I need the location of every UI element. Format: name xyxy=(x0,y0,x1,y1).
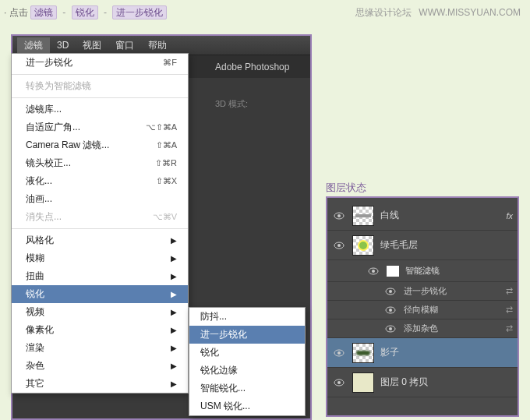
menu-item-label: 锐化 xyxy=(26,288,44,301)
eye-icon[interactable] xyxy=(332,240,346,250)
filter-name: 进一步锐化 xyxy=(404,285,447,297)
menu-item-shortcut: ⇧⌘R xyxy=(155,158,177,168)
menu-item-other[interactable]: 其它▶ xyxy=(12,375,188,393)
menu-item-label: Camera Raw 滤镜... xyxy=(26,139,109,152)
svg-point-1 xyxy=(337,214,341,217)
menu-item-camera-raw[interactable]: Camera Raw 滤镜... ⇧⌘A xyxy=(12,136,188,154)
layers-panel-title: 图层状态 xyxy=(326,181,366,195)
menu-item-label: 镜头校正... xyxy=(26,157,71,170)
menu-item-video[interactable]: 视频▶ xyxy=(12,303,188,321)
menu-item-label: 进一步锐化 xyxy=(26,56,72,69)
chevron-right-icon: ▶ xyxy=(171,272,177,281)
submenu-sharpen-more[interactable]: 进一步锐化 xyxy=(189,326,305,344)
eye-icon[interactable] xyxy=(383,286,398,296)
layer-name: 影子 xyxy=(380,346,399,359)
layer-thumbnail xyxy=(352,206,374,226)
eye-icon[interactable] xyxy=(383,323,398,334)
chevron-right-icon: ▶ xyxy=(171,344,177,352)
submenu-smart-sharpen[interactable]: 智能锐化... xyxy=(189,379,305,397)
layer-name: 绿毛毛层 xyxy=(380,238,418,252)
smart-filter-radial-blur[interactable]: 径向模糊 ⇄ xyxy=(327,301,518,319)
svg-point-13 xyxy=(337,351,341,355)
layer-row-green-fur[interactable]: 绿毛毛层 xyxy=(327,231,518,260)
menu-item-sharpen[interactable]: 锐化▶ xyxy=(12,285,188,303)
layer-smart-filters[interactable]: 智能滤镜 xyxy=(327,260,518,282)
menu-item-label: USM 锐化... xyxy=(200,400,250,413)
submenu-usm-sharpen[interactable]: USM 锐化... xyxy=(189,397,305,415)
smart-filter-sharpen-more[interactable]: 进一步锐化 ⇄ xyxy=(327,282,518,301)
chevron-right-icon: ▶ xyxy=(171,254,177,263)
svg-point-3 xyxy=(337,244,341,247)
menubar: 滤镜 3D 视图 窗口 帮助 xyxy=(12,36,310,55)
menu-filter[interactable]: 滤镜 xyxy=(17,37,50,54)
layer-row-white-line[interactable]: 白线 fx xyxy=(327,201,518,231)
layer-row-layer0-copy[interactable]: 图层 0 拷贝 xyxy=(327,368,518,397)
eye-icon[interactable] xyxy=(332,348,346,358)
chevron-right-icon: ▶ xyxy=(171,308,177,316)
menu-item-noise[interactable]: 杂色▶ xyxy=(12,357,188,375)
layer-thumbnail xyxy=(352,235,374,256)
filter-settings-icon[interactable]: ⇄ xyxy=(506,286,513,296)
menu-window[interactable]: 窗口 xyxy=(108,37,141,54)
menu-view[interactable]: 视图 xyxy=(76,37,108,54)
eye-icon[interactable] xyxy=(383,305,398,315)
step-3: 进一步锐化 xyxy=(112,5,167,19)
sep: - xyxy=(104,7,107,18)
menu-item-label: 扭曲 xyxy=(26,270,44,283)
filter-name: 添加杂色 xyxy=(404,323,438,334)
menu-item-label: 消失点... xyxy=(26,210,62,224)
layer-name: 白线 xyxy=(380,209,399,222)
menu-item-liquify[interactable]: 液化... ⇧⌘X xyxy=(12,172,188,190)
sharpen-submenu: 防抖... 进一步锐化 锐化 锐化边缘 智能锐化... USM 锐化... xyxy=(189,307,306,416)
chevron-right-icon: ▶ xyxy=(171,362,177,370)
menu-item-distort[interactable]: 扭曲▶ xyxy=(12,267,188,285)
smart-filter-add-noise[interactable]: 添加杂色 ⇄ xyxy=(327,319,518,338)
submenu-sharpen-edges[interactable]: 锐化边缘 xyxy=(189,362,305,379)
instruction-prefix: · 点击 xyxy=(4,7,28,18)
menu-item-stylize[interactable]: 风格化▶ xyxy=(12,231,188,249)
chevron-right-icon: ▶ xyxy=(171,379,177,388)
eye-icon[interactable] xyxy=(332,377,346,387)
menu-item-smart-filter: 转换为智能滤镜 xyxy=(12,77,188,95)
chevron-right-icon: ▶ xyxy=(171,236,177,245)
menu-item-shortcut: ⌥⇧⌘A xyxy=(146,122,177,132)
menu-item-pixelate[interactable]: 像素化▶ xyxy=(12,321,188,339)
menu-item-filter-gallery[interactable]: 滤镜库... xyxy=(12,101,188,118)
menu-item-oil-paint[interactable]: 油画... xyxy=(12,190,188,208)
menu-item-label: 进一步锐化 xyxy=(200,328,247,341)
menu-item-shortcut: ⌥⌘V xyxy=(153,212,177,222)
menu-item-shortcut: ⇧⌘A xyxy=(156,140,177,150)
smart-filter-mask-icon xyxy=(387,266,399,277)
watermark: 思缘设计论坛 WWW.MISSYUAN.COM xyxy=(355,6,521,19)
eye-icon[interactable] xyxy=(366,266,380,276)
submenu-sharpen[interactable]: 锐化 xyxy=(189,344,305,362)
filter-name: 径向模糊 xyxy=(404,304,438,316)
menu-item-render[interactable]: 渲染▶ xyxy=(12,339,188,357)
filter-settings-icon[interactable]: ⇄ xyxy=(506,305,513,315)
menu-help[interactable]: 帮助 xyxy=(141,37,174,54)
menu-item-blur[interactable]: 模糊▶ xyxy=(12,249,188,267)
menu-item-label: 风格化 xyxy=(26,234,54,247)
eye-icon[interactable] xyxy=(332,210,346,221)
step-1: 滤镜 xyxy=(30,5,57,19)
svg-point-5 xyxy=(372,270,375,273)
filter-settings-icon[interactable]: ⇄ xyxy=(506,323,513,334)
layers-panel: 白线 fx 绿毛毛层 智能滤镜 进一步锐化 ⇄ 径向模糊 ⇄ 添加杂色 ⇄ 影子… xyxy=(326,196,519,417)
layer-name: 智能滤镜 xyxy=(405,265,440,277)
menu-item-lens-correction[interactable]: 镜头校正... ⇧⌘R xyxy=(12,154,188,172)
svg-point-9 xyxy=(389,309,392,312)
submenu-shake-reduction[interactable]: 防抖... xyxy=(189,308,305,326)
menu-item-last-filter[interactable]: 进一步锐化 ⌘F xyxy=(12,54,188,72)
menu-item-label: 杂色 xyxy=(26,359,44,372)
menu-item-label: 锐化 xyxy=(200,346,219,359)
menu-item-label: 视频 xyxy=(26,305,44,319)
menu-item-label: 智能锐化... xyxy=(200,382,246,395)
menu-3d[interactable]: 3D xyxy=(50,38,76,52)
sep: - xyxy=(62,7,65,18)
layer-row-shadow[interactable]: 影子 xyxy=(327,338,518,368)
watermark-url: WWW.MISSYUAN.COM xyxy=(419,7,521,18)
menu-item-adaptive-wide[interactable]: 自适应广角... ⌥⇧⌘A xyxy=(12,118,188,136)
svg-point-15 xyxy=(337,381,341,384)
menu-item-label: 防抖... xyxy=(200,310,227,323)
fx-badge[interactable]: fx xyxy=(506,211,513,221)
